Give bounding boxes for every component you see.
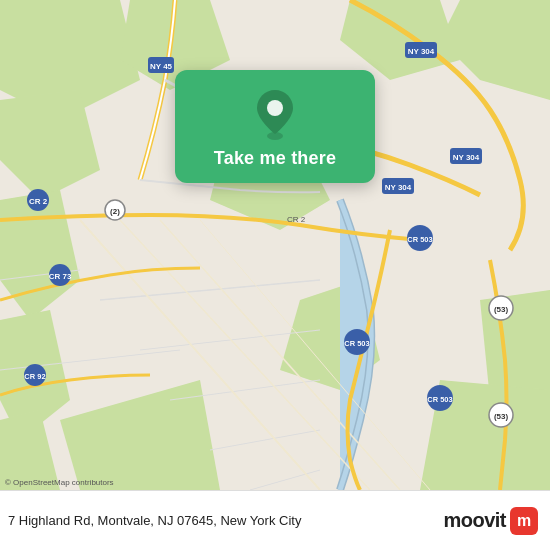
svg-text:NY 304: NY 304 bbox=[385, 183, 412, 192]
bottom-bar: 7 Highland Rd, Montvale, NJ 07645, New Y… bbox=[0, 490, 550, 550]
svg-text:CR 2: CR 2 bbox=[287, 215, 306, 224]
map-container: NY 45 NY 304 NY 304 NY 304 CR 2 (2) CR 7… bbox=[0, 0, 550, 490]
svg-text:CR 73: CR 73 bbox=[49, 272, 72, 281]
svg-text:CR 92: CR 92 bbox=[24, 372, 45, 381]
moovit-icon-letter: m bbox=[517, 512, 531, 530]
map-attribution: © OpenStreetMap contributors bbox=[5, 478, 114, 487]
svg-point-55 bbox=[267, 100, 283, 116]
address-block: 7 Highland Rd, Montvale, NJ 07645, New Y… bbox=[8, 513, 301, 528]
moovit-logo: moovit m bbox=[443, 507, 538, 535]
svg-text:CR 503: CR 503 bbox=[407, 235, 432, 244]
address-text: 7 Highland Rd, Montvale, NJ 07645, New Y… bbox=[8, 513, 301, 528]
svg-text:CR 503: CR 503 bbox=[344, 339, 369, 348]
svg-text:NY 304: NY 304 bbox=[408, 47, 435, 56]
take-me-there-button[interactable]: Take me there bbox=[214, 148, 336, 169]
moovit-brand-text: moovit bbox=[443, 509, 506, 532]
svg-text:(2): (2) bbox=[110, 207, 120, 216]
svg-text:NY 45: NY 45 bbox=[150, 62, 173, 71]
svg-text:(53): (53) bbox=[494, 412, 509, 421]
svg-text:CR 503: CR 503 bbox=[427, 395, 452, 404]
location-card[interactable]: Take me there bbox=[175, 70, 375, 183]
moovit-icon: m bbox=[510, 507, 538, 535]
svg-text:NY 304: NY 304 bbox=[453, 153, 480, 162]
svg-text:(53): (53) bbox=[494, 305, 509, 314]
map-pin-icon bbox=[253, 88, 297, 140]
svg-text:CR 2: CR 2 bbox=[29, 197, 48, 206]
